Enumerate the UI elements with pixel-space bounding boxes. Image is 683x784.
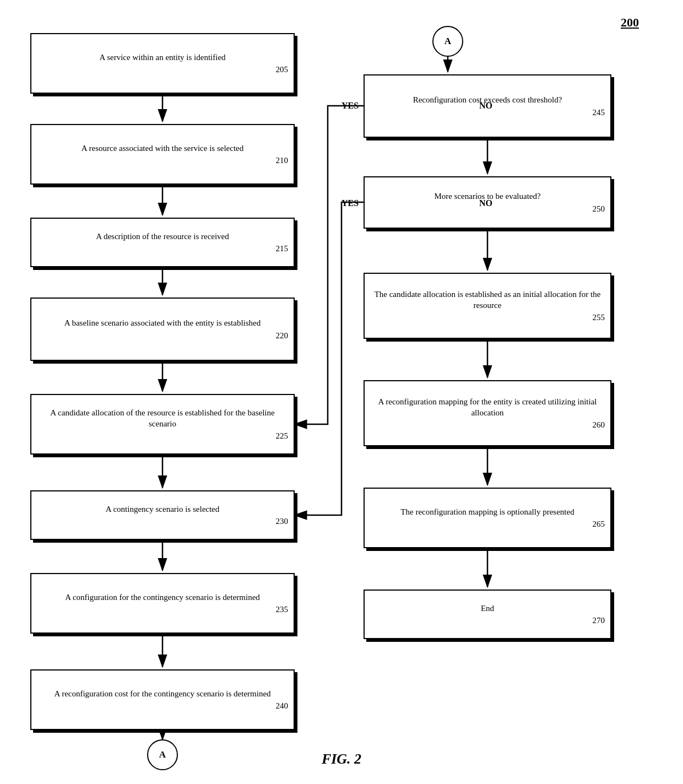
no-label-245: NO [479,101,492,111]
box-225: A candidate allocation of the resource i… [30,394,295,455]
diagram-container: 200 [0,0,683,784]
box-270: End 270 [364,590,611,639]
box-240: A reconfiguration cost for the contingen… [30,669,295,730]
circle-a-bottom: A [147,739,178,770]
box-205: A service within an entity is identified… [30,33,295,94]
diagram-title: 200 [621,15,639,30]
box-230: A contingency scenario is selected 230 [30,490,295,540]
box-215: A description of the resource is receive… [30,218,295,267]
box-235: A configuration for the contingency scen… [30,573,295,634]
box-260: A reconfiguration mapping for the entity… [364,380,611,446]
figure-label: FIG. 2 [322,751,361,767]
no-label-250: NO [479,198,492,208]
box-265: The reconfiguration mapping is optionall… [364,488,611,548]
box-210: A resource associated with the service i… [30,124,295,185]
yes-label-250: YES [342,198,359,208]
box-255: The candidate allocation is established … [364,273,611,339]
circle-a-top: A [432,26,463,57]
box-220: A baseline scenario associated with the … [30,298,295,361]
yes-label-245: YES [342,101,359,111]
